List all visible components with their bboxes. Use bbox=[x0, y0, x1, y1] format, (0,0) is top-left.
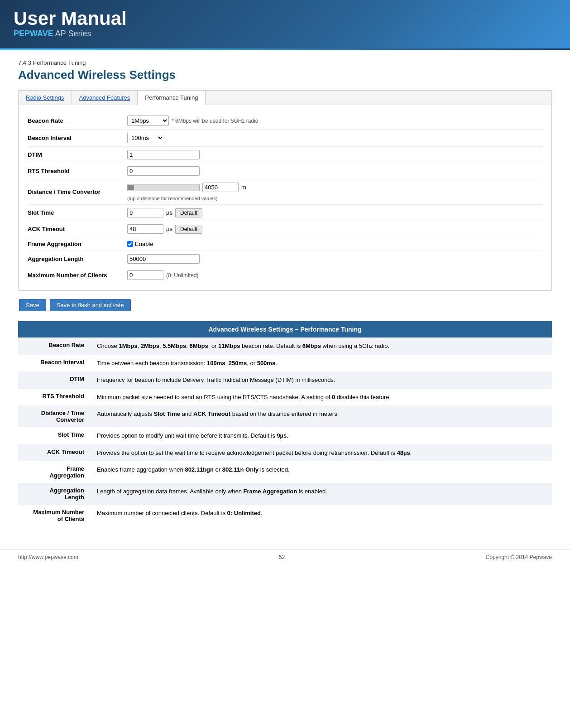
ref-desc-dtim: Frequency for beacon to include Delivery… bbox=[91, 371, 552, 389]
form-row-slot-time: Slot Time µs Default bbox=[28, 205, 542, 221]
form-row-aggregation-length: Aggregation Length bbox=[28, 251, 542, 267]
ref-desc-distance-convertor: Automatically adjusts Slot Time and ACK … bbox=[91, 405, 552, 427]
ref-term-distance-convertor: Distance / Time Convertor bbox=[18, 405, 91, 427]
label-slot-time: Slot Time bbox=[28, 209, 127, 216]
label-max-clients: Maximum Number of Clients bbox=[28, 272, 127, 279]
ref-row-aggregation-length: Aggregation Length Length of aggregation… bbox=[18, 483, 552, 505]
slider-bar[interactable] bbox=[127, 184, 200, 191]
ref-row-distance-convertor: Distance / Time Convertor Automatically … bbox=[18, 405, 552, 427]
input-slot-time[interactable] bbox=[127, 208, 163, 217]
button-row: Save Save to flash and activate bbox=[19, 299, 552, 311]
checkbox-frame-aggregation[interactable] bbox=[127, 241, 133, 247]
control-frame-aggregation: Enable bbox=[127, 241, 542, 247]
header-title: User Manual bbox=[14, 8, 556, 29]
label-distance-convertor: Distance / Time Convertor bbox=[28, 188, 127, 195]
dist-unit: m bbox=[241, 184, 246, 191]
ref-desc-beacon-interval: Time between each beacon transmission: 1… bbox=[91, 355, 552, 372]
form-row-dtim: DTIM bbox=[28, 147, 542, 163]
label-rts-threshold: RTS Threshold bbox=[28, 168, 127, 174]
section-label: 7.4.3 Performance Tuning bbox=[18, 59, 552, 66]
note-max-clients: (0: Unlimited) bbox=[166, 272, 198, 279]
tab-radio-settings[interactable]: Radio Settings bbox=[19, 91, 72, 105]
header: User Manual PEPWAVE AP Series bbox=[0, 0, 570, 48]
control-distance-convertor: m (input distance for recommended values… bbox=[127, 183, 542, 201]
control-slot-time: µs Default bbox=[127, 208, 542, 217]
ref-term-slot-time: Slot Time bbox=[18, 427, 91, 444]
default-ack-timeout-button[interactable]: Default bbox=[175, 225, 202, 234]
ref-row-frame-aggregation: Frame Aggregation Enables frame aggregat… bbox=[18, 461, 552, 483]
label-beacon-interval: Beacon Interval bbox=[28, 135, 127, 141]
label-ack-timeout: ACK Timeout bbox=[28, 226, 127, 232]
default-slot-time-button[interactable]: Default bbox=[175, 208, 202, 217]
form-row-frame-aggregation: Frame Aggregation Enable bbox=[28, 237, 542, 251]
tab-performance-tuning[interactable]: Performance Tuning bbox=[138, 91, 206, 105]
control-beacon-rate: 1Mbps 2Mbps 5.5Mbps 6Mbps 11Mbps * 6Mbps… bbox=[127, 116, 542, 126]
ref-desc-aggregation-length: Length of aggregation data frames. Avail… bbox=[91, 483, 552, 505]
footer-copyright: Copyright © 2014 Pepwave bbox=[486, 554, 552, 560]
control-ack-timeout: µs Default bbox=[127, 224, 542, 234]
ref-desc-slot-time: Provides option to modify unit wait time… bbox=[91, 427, 552, 444]
ref-table-header-row: Advanced Wireless Settings – Performance… bbox=[18, 321, 552, 337]
header-brand-rest: AP Series bbox=[53, 29, 91, 38]
note-beacon-rate: * 6Mbps will be used for 5GHz radio bbox=[172, 118, 258, 124]
input-distance[interactable] bbox=[202, 183, 239, 192]
ref-term-frame-aggregation: Frame Aggregation bbox=[18, 461, 91, 483]
control-aggregation-length bbox=[127, 254, 542, 264]
control-dtim bbox=[127, 150, 542, 159]
select-beacon-interval[interactable]: 100ms 250ms 500ms bbox=[127, 133, 164, 143]
label-aggregation-length: Aggregation Length bbox=[28, 256, 127, 262]
save-button[interactable]: Save bbox=[19, 299, 46, 311]
label-beacon-rate: Beacon Rate bbox=[28, 117, 127, 124]
ref-desc-rts-threshold: Minimum packet size needed to send an RT… bbox=[91, 389, 552, 406]
form-row-beacon-interval: Beacon Interval 100ms 250ms 500ms bbox=[28, 130, 542, 147]
ref-row-dtim: DTIM Frequency for beacon to include Del… bbox=[18, 371, 552, 389]
input-aggregation-length[interactable] bbox=[127, 254, 200, 264]
footer-page-number: 52 bbox=[279, 554, 285, 560]
ref-desc-frame-aggregation: Enables frame aggregation when 802.11bgn… bbox=[91, 461, 552, 483]
ref-row-beacon-rate: Beacon Rate Choose 1Mbps, 2Mbps, 5.5Mbps… bbox=[18, 337, 552, 355]
control-rts-threshold bbox=[127, 166, 542, 176]
control-beacon-interval: 100ms 250ms 500ms bbox=[127, 133, 542, 143]
form-row-distance-convertor: Distance / Time Convertor m (input dista… bbox=[28, 179, 542, 205]
ref-desc-max-clients: Maximum number of connected clients. Def… bbox=[91, 505, 552, 526]
ref-row-max-clients: Maximum Number of Clients Maximum number… bbox=[18, 505, 552, 526]
dist-note: (input distance for recommended values) bbox=[127, 196, 542, 201]
form-row-rts-threshold: RTS Threshold bbox=[28, 163, 542, 179]
checkbox-text-frame-aggregation: Enable bbox=[135, 241, 153, 247]
ref-row-ack-timeout: ACK Timeout Provides the option to set t… bbox=[18, 444, 552, 462]
page-heading: Advanced Wireless Settings bbox=[18, 68, 552, 82]
slider-thumb bbox=[128, 185, 134, 190]
ref-term-dtim: DTIM bbox=[18, 371, 91, 389]
select-beacon-rate[interactable]: 1Mbps 2Mbps 5.5Mbps 6Mbps 11Mbps bbox=[127, 116, 169, 126]
ref-term-max-clients: Maximum Number of Clients bbox=[18, 505, 91, 526]
save-activate-button[interactable]: Save to flash and activate bbox=[50, 299, 131, 311]
input-max-clients[interactable] bbox=[127, 270, 163, 280]
control-max-clients: (0: Unlimited) bbox=[127, 270, 542, 280]
header-brand: PEPWAVE bbox=[14, 29, 53, 38]
input-rts-threshold[interactable] bbox=[127, 166, 200, 176]
ref-row-rts-threshold: RTS Threshold Minimum packet size needed… bbox=[18, 389, 552, 406]
unit-ack-timeout: µs bbox=[166, 226, 172, 232]
header-subtitle: PEPWAVE AP Series bbox=[14, 29, 556, 39]
input-ack-timeout[interactable] bbox=[127, 224, 163, 234]
label-frame-aggregation: Frame Aggregation bbox=[28, 241, 127, 247]
label-dtim: DTIM bbox=[28, 151, 127, 158]
slider-container bbox=[127, 184, 200, 191]
ref-desc-beacon-rate: Choose 1Mbps, 2Mbps, 5.5Mbps, 6Mbps, or … bbox=[91, 337, 552, 355]
ref-table-header: Advanced Wireless Settings – Performance… bbox=[18, 321, 552, 337]
form-body: Beacon Rate 1Mbps 2Mbps 5.5Mbps 6Mbps 11… bbox=[19, 105, 551, 290]
tab-advanced-features[interactable]: Advanced Features bbox=[72, 91, 138, 105]
ref-term-aggregation-length: Aggregation Length bbox=[18, 483, 91, 505]
main-content: 7.4.3 Performance Tuning Advanced Wirele… bbox=[0, 50, 570, 545]
form-row-max-clients: Maximum Number of Clients (0: Unlimited) bbox=[28, 267, 542, 283]
ref-term-ack-timeout: ACK Timeout bbox=[18, 444, 91, 462]
ref-term-rts-threshold: RTS Threshold bbox=[18, 389, 91, 406]
input-dtim[interactable] bbox=[127, 150, 200, 159]
ref-row-beacon-interval: Beacon Interval Time between each beacon… bbox=[18, 355, 552, 372]
checkbox-label-frame-aggregation[interactable]: Enable bbox=[127, 241, 153, 247]
ref-term-beacon-rate: Beacon Rate bbox=[18, 337, 91, 355]
settings-panel: Radio Settings Advanced Features Perform… bbox=[18, 90, 552, 291]
ref-term-beacon-interval: Beacon Interval bbox=[18, 355, 91, 372]
form-row-ack-timeout: ACK Timeout µs Default bbox=[28, 221, 542, 237]
ref-desc-ack-timeout: Provides the option to set the wait time… bbox=[91, 444, 552, 462]
